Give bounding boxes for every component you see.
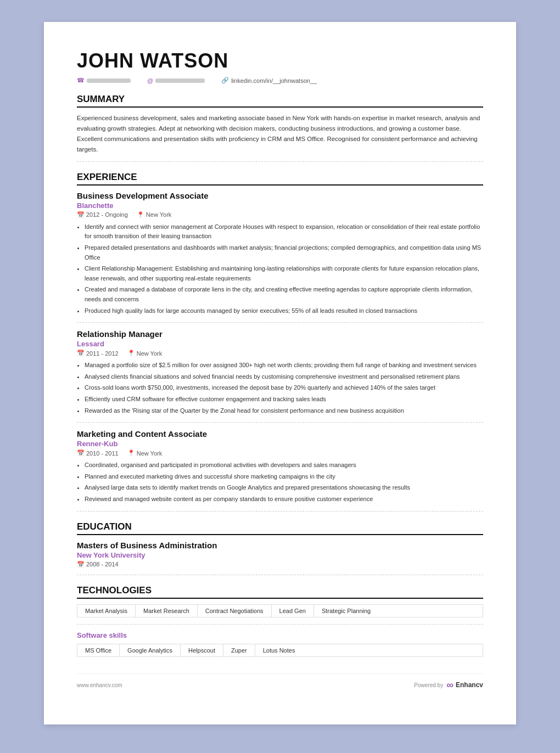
summary-section: SUMMARY Experienced business development… [77,94,483,155]
job-1-title: Business Development Associate [77,191,483,200]
list-item: Client Relationship Management: Establis… [85,264,483,283]
job-2-meta: 📅 2011 - 2012 📍 New York [77,350,483,357]
skill-tag: Lead Gen [272,605,314,617]
education-entry-1: Masters of Business Administration New Y… [77,541,483,568]
list-item: Created and managed a database of corpor… [85,285,483,304]
job-3-dates: 📅 2010 - 2011 [77,449,119,457]
list-item: Efficiently used CRM software for effect… [85,395,483,404]
calendar-icon: 📅 [77,561,85,568]
phone-icon: ☎ [77,77,85,84]
email-contact: @ [147,77,205,84]
job-2-title: Relationship Manager [77,329,483,339]
job-1: Business Development Associate Blanchett… [77,191,483,316]
list-item: Prepared detailed presentations and dash… [85,243,483,262]
software-tag: MS Office [77,644,120,656]
software-skills-title: Software skills [77,631,483,639]
job-3-title: Marketing and Content Associate [77,429,483,439]
infinity-icon: ∞ [446,679,453,691]
enhancv-logo: ∞ Enhancv [446,679,483,691]
job-2-dates: 📅 2011 - 2012 [77,350,119,357]
software-tag: Lotus Notes [255,644,303,656]
technologies-title: TECHNOLOGIES [77,585,483,599]
skills-row: Market Analysis Market Research Contract… [77,604,483,617]
calendar-icon: 📅 [77,211,85,218]
list-item: Planned and executed marketing drives an… [85,472,483,482]
software-tag: Google Analytics [120,644,181,656]
list-item: Analysed clients financial situations an… [85,372,483,382]
technologies-section: TECHNOLOGIES Market Analysis Market Rese… [77,585,483,657]
skill-tag: Market Analysis [77,605,136,617]
email-icon: @ [147,77,153,84]
list-item: Managed a portfolio size of $2.5 million… [85,361,483,370]
software-tag: Helpscout [181,644,223,656]
job-2-bullets: Managed a portfolio size of $2.5 million… [77,361,483,415]
experience-title: EXPERIENCE [77,172,483,186]
phone-contact: ☎ [77,77,131,84]
job-1-dates: 📅 2012 - Ongoing [77,211,128,218]
job-3-company: Renner-Kub [77,440,483,448]
full-name: JOHN WATSON [77,49,483,72]
job-1-location: 📍 New York [137,211,171,218]
location-icon: 📍 [137,211,144,218]
name-section: JOHN WATSON ☎ @ 🔗 linkedin.com/in/__john… [77,49,483,84]
linkedin-url: linkedin.com/in/__johnwatson__ [231,77,317,84]
location-icon: 📍 [127,350,135,357]
contact-row: ☎ @ 🔗 linkedin.com/in/__johnwatson__ [77,77,483,84]
page-footer: www.enhancv.com Powered by ∞ Enhancv [77,673,483,691]
list-item: Analysed large data sets to identify mar… [85,483,483,493]
resume-page: JOHN WATSON ☎ @ 🔗 linkedin.com/in/__john… [44,22,516,724]
software-tag: Zuper [223,644,255,656]
software-skills-row: MS Office Google Analytics Helpscout Zup… [77,644,483,657]
list-item: Cross-sold loans worth $750,000, investm… [85,383,483,393]
job-2-company: Lessard [77,340,483,348]
edu-institution: New York University [77,551,483,559]
education-title: EDUCATION [77,521,483,535]
job-1-bullets: Identify and connect with senior managem… [77,222,483,316]
brand-name: Enhancv [456,681,483,689]
phone-redacted [87,78,131,83]
job-1-company: Blanchette [77,201,483,210]
skill-tag: Strategic Planning [314,605,378,617]
location-icon: 📍 [127,449,135,457]
footer-website: www.enhancv.com [77,682,122,688]
education-section: EDUCATION Masters of Business Administra… [77,521,483,568]
job-3-bullets: Coordinated, organised and participated … [77,460,483,504]
footer-brand: Powered by ∞ Enhancv [414,679,483,691]
list-item: Coordinated, organised and participated … [85,460,483,470]
edu-degree: Masters of Business Administration [77,541,483,550]
job-3-location: 📍 New York [127,449,162,457]
job-3-meta: 📅 2010 - 2011 📍 New York [77,449,483,457]
list-item: Rewarded as the 'Rising star of the Quar… [85,406,483,416]
calendar-icon: 📅 [77,350,85,357]
powered-by-text: Powered by [414,682,443,688]
skill-tag: Contract Negotiations [198,605,272,617]
linkedin-icon: 🔗 [221,77,229,84]
list-item: Produced high quality lads for large acc… [85,306,483,316]
experience-section: EXPERIENCE Business Development Associat… [77,172,483,504]
calendar-icon: 📅 [77,449,85,457]
linkedin-contact: 🔗 linkedin.com/in/__johnwatson__ [221,77,317,84]
list-item: Identify and connect with senior managem… [85,222,483,241]
summary-text: Experienced business development, sales … [77,113,483,155]
list-item: Reviewed and managed website content as … [85,494,483,504]
email-redacted [155,78,205,83]
summary-title: SUMMARY [77,94,483,108]
edu-dates: 📅 2008 - 2014 [77,561,483,568]
skill-tag: Market Research [136,605,198,617]
job-2: Relationship Manager Lessard 📅 2011 - 20… [77,329,483,415]
job-2-location: 📍 New York [127,350,162,357]
job-3: Marketing and Content Associate Renner-K… [77,429,483,504]
job-1-meta: 📅 2012 - Ongoing 📍 New York [77,211,483,218]
